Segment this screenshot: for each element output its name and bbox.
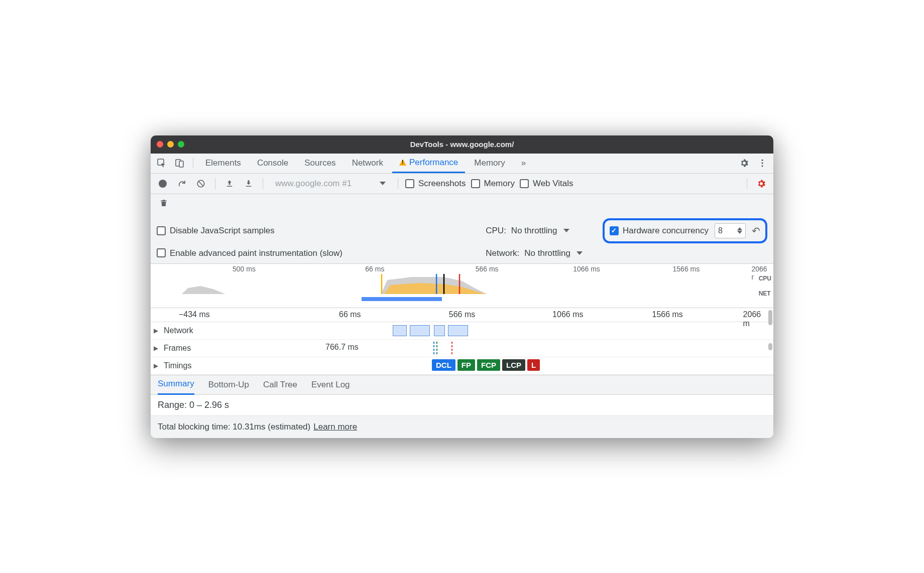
hardware-concurrency-checkbox[interactable]: Hardware concurrency	[610, 226, 709, 236]
flamechart-pane[interactable]: −434 ms 66 ms 566 ms 1066 ms 1566 ms 206…	[151, 308, 773, 375]
hardware-concurrency-group: Hardware concurrency 8 ↶	[603, 218, 767, 243]
checkbox-icon	[471, 179, 480, 188]
tab-summary[interactable]: Summary	[158, 375, 194, 395]
overflow-label: »	[521, 158, 526, 168]
chevron-down-icon	[563, 229, 569, 232]
timing-fcp-badge[interactable]: FCP	[477, 359, 500, 371]
zoom-window-button[interactable]	[178, 141, 184, 148]
frames-track[interactable]: ▶ Frames 766.7 ms	[151, 340, 773, 357]
tab-event-log[interactable]: Event Log	[311, 375, 350, 395]
timing-lcp-badge[interactable]: LCP	[502, 359, 525, 371]
reload-button[interactable]	[175, 177, 189, 191]
scrollbar-thumb[interactable]	[768, 310, 772, 325]
tbt-text: Total blocking time: 10.31ms (estimated)	[158, 422, 310, 432]
tab-sources[interactable]: Sources	[297, 153, 342, 173]
undo-icon[interactable]: ↶	[752, 225, 760, 237]
ruler-tick: 1066 ms	[573, 265, 600, 273]
timings-track[interactable]: ▶ Timings DCL FP FCP LCP L	[151, 357, 773, 375]
checkbox-icon	[157, 226, 166, 235]
timing-fp-badge[interactable]: FP	[457, 359, 475, 371]
cpu-throttling-select[interactable]: No throttling	[511, 226, 569, 236]
scrollbar-thumb[interactable]	[768, 343, 772, 350]
more-menu-icon[interactable]	[754, 155, 770, 171]
overview-cpu-chart	[151, 274, 773, 294]
select-value: No throttling	[511, 226, 557, 236]
learn-more-link[interactable]: Learn more	[313, 422, 357, 432]
timing-dcl-badge[interactable]: DCL	[432, 359, 455, 371]
traffic-lights	[157, 141, 184, 148]
svg-point-4	[761, 162, 763, 164]
disclosure-triangle-icon[interactable]: ▶	[154, 345, 162, 352]
overview-cpu-label: CPU	[759, 275, 771, 282]
stepper-icon[interactable]	[737, 227, 742, 234]
tab-label: Network	[352, 158, 383, 168]
load-profile-icon[interactable]	[222, 177, 237, 191]
hardware-concurrency-input[interactable]: 8	[715, 223, 746, 238]
tab-label: Memory	[474, 158, 505, 168]
track-label: Frames	[162, 344, 207, 353]
network-label: Network:	[486, 248, 519, 258]
save-profile-icon[interactable]	[242, 177, 256, 191]
tab-call-tree[interactable]: Call Tree	[263, 375, 297, 395]
timing-load-badge[interactable]: L	[527, 359, 540, 371]
timeline-ruler: −434 ms 66 ms 566 ms 1066 ms 1566 ms 206…	[151, 308, 773, 322]
ruler-tick: 1566 ms	[652, 310, 683, 319]
performance-toolbar: www.google.com #1 Screenshots Memory Web…	[151, 174, 773, 194]
network-throttling-select[interactable]: No throttling	[524, 248, 583, 258]
network-request-bar[interactable]	[410, 325, 430, 336]
inspect-element-icon[interactable]	[154, 155, 170, 171]
ruler-tick: −434 ms	[179, 310, 210, 319]
svg-point-5	[761, 165, 763, 167]
frame-duration: 766.7 ms	[325, 343, 359, 352]
chevron-down-icon	[380, 182, 386, 185]
tab-bottom-up[interactable]: Bottom-Up	[208, 375, 249, 395]
clear-button[interactable]	[194, 177, 208, 191]
summary-range: Range: 0 – 2.96 s	[151, 395, 773, 416]
checkbox-icon	[157, 248, 166, 257]
close-window-button[interactable]	[157, 141, 163, 148]
ruler-tick: 500 ms	[233, 265, 256, 273]
record-button[interactable]	[156, 177, 170, 191]
delete-profile-icon[interactable]	[157, 196, 171, 210]
memory-checkbox[interactable]: Memory	[471, 179, 515, 189]
chevron-down-icon	[576, 251, 583, 255]
input-value: 8	[718, 226, 723, 235]
disclosure-triangle-icon[interactable]: ▶	[154, 327, 162, 334]
overview-pane[interactable]: 500 ms 66 ms 566 ms 1066 ms 1566 ms 2066…	[151, 264, 773, 308]
tab-console[interactable]: Console	[250, 153, 295, 173]
cpu-label: CPU:	[486, 226, 506, 236]
tabs-overflow[interactable]: »	[514, 153, 533, 173]
tab-network[interactable]: Network	[345, 153, 390, 173]
separator	[263, 178, 263, 189]
titlebar: DevTools - www.google.com/	[151, 135, 773, 154]
network-track[interactable]: ▶ Network	[151, 322, 773, 340]
profile-select[interactable]: www.google.com #1	[270, 178, 391, 190]
minimize-window-button[interactable]	[167, 141, 174, 148]
advanced-paint-checkbox[interactable]: Enable advanced paint instrumentation (s…	[157, 248, 342, 258]
disclosure-triangle-icon[interactable]: ▶	[154, 362, 162, 369]
panel-tabstrip: Elements Console Sources Network Perform…	[151, 154, 773, 174]
window-title: DevTools - www.google.com/	[151, 140, 773, 149]
svg-rect-12	[459, 274, 460, 294]
ruler-tick: 1566 ms	[673, 265, 700, 273]
tab-memory[interactable]: Memory	[467, 153, 512, 173]
tab-performance[interactable]: Performance	[392, 153, 465, 173]
tab-elements[interactable]: Elements	[198, 153, 248, 173]
toolbar-row-2	[151, 194, 773, 215]
checkbox-label: Hardware concurrency	[623, 226, 709, 236]
tab-label: Console	[257, 158, 288, 168]
webvitals-checkbox[interactable]: Web Vitals	[520, 179, 573, 189]
network-request-bar[interactable]	[393, 325, 407, 336]
screenshots-checkbox[interactable]: Screenshots	[405, 179, 466, 189]
network-request-bar[interactable]	[448, 325, 468, 336]
tab-label: Event Log	[311, 380, 350, 390]
network-request-bar[interactable]	[434, 325, 445, 336]
checkbox-label: Enable advanced paint instrumentation (s…	[170, 248, 342, 258]
device-toolbar-icon[interactable]	[172, 155, 188, 171]
settings-gear-icon[interactable]	[736, 155, 752, 171]
disable-js-samples-checkbox[interactable]: Disable JavaScript samples	[157, 226, 275, 236]
track-label: Timings	[162, 361, 207, 370]
overview-ruler: 500 ms 66 ms 566 ms 1066 ms 1566 ms 2066…	[151, 265, 773, 274]
capture-settings-gear-icon[interactable]	[754, 177, 768, 191]
tab-label: Bottom-Up	[208, 380, 249, 390]
